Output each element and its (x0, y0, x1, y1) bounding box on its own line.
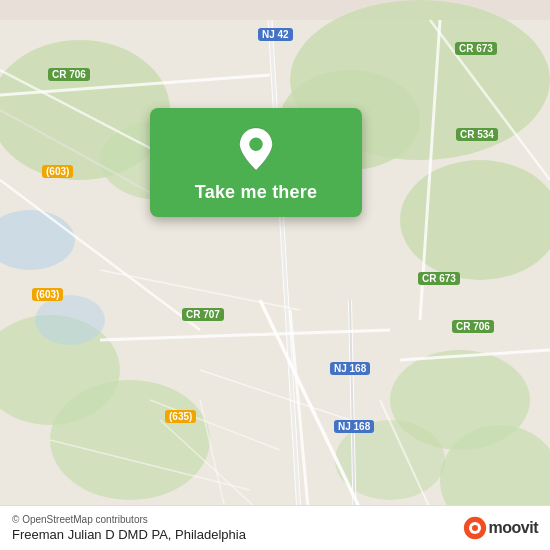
road-label-cr706b: CR 706 (452, 320, 494, 333)
road-label-603a: (603) (42, 165, 73, 178)
road-label-nj168a: NJ 168 (330, 362, 370, 375)
moovit-text: moovit (489, 519, 538, 537)
road-label-nj42a: NJ 42 (258, 28, 293, 41)
moovit-icon (463, 516, 487, 540)
osm-credit: © OpenStreetMap contributors (12, 514, 246, 525)
svg-point-37 (472, 525, 478, 531)
road-label-nj168b: NJ 168 (334, 420, 374, 433)
location-pin-icon (236, 126, 276, 172)
moovit-logo: moovit (463, 516, 538, 540)
svg-point-34 (249, 138, 262, 151)
map-container: NJ 42 CR 706 CR 673 CR 534 NJ 42 (603) (… (0, 0, 550, 550)
take-me-there-button[interactable]: Take me there (195, 182, 317, 203)
bottom-bar: © OpenStreetMap contributors Freeman Jul… (0, 505, 550, 550)
bottom-left: © OpenStreetMap contributors Freeman Jul… (12, 514, 246, 542)
svg-point-7 (50, 380, 210, 500)
road-label-cr706a: CR 706 (48, 68, 90, 81)
cta-overlay[interactable]: Take me there (150, 108, 362, 217)
road-label-cr707: CR 707 (182, 308, 224, 321)
road-label-cr673a: CR 673 (455, 42, 497, 55)
road-label-603b: (603) (32, 288, 63, 301)
location-name: Freeman Julian D DMD PA, Philadelphia (12, 527, 246, 542)
map-background (0, 0, 550, 550)
svg-point-12 (35, 295, 105, 345)
road-label-cr534: CR 534 (456, 128, 498, 141)
road-label-cr673b: CR 673 (418, 272, 460, 285)
road-label-635: (635) (165, 410, 196, 423)
